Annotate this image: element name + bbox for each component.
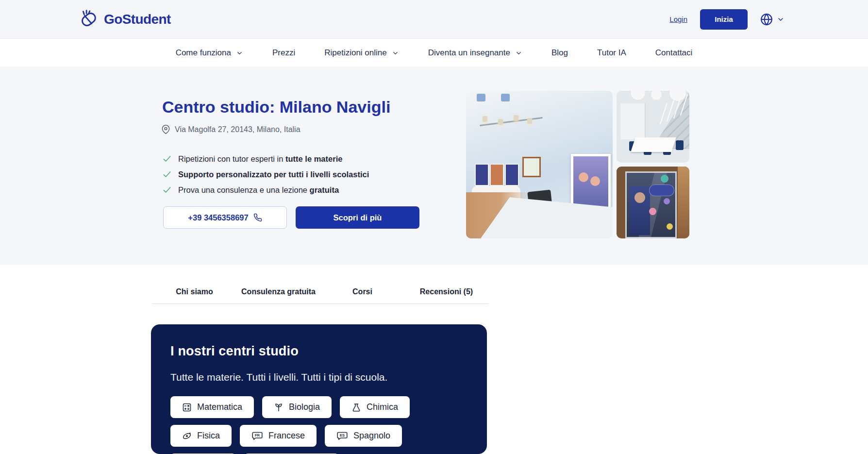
address-row: Via Magolfa 27, 20143, Milano, Italia (161, 125, 300, 134)
nav-label: Ripetizioni online (324, 48, 387, 58)
check-icon (162, 154, 172, 164)
subject-label: Francese (268, 431, 305, 441)
hero-section: Centro studio: Milano Navigli Via Magolf… (0, 67, 868, 265)
subject-label: Chimica (367, 402, 398, 412)
subject-label: Fisica (197, 431, 220, 441)
tab-chi-siamo[interactable]: Chi siamo (152, 287, 236, 296)
card-subtitle: Tutte le materie. Tutti i livelli. Tutti… (170, 371, 467, 383)
language-switcher[interactable] (760, 13, 785, 26)
globe-icon (760, 13, 773, 26)
list-item: Ripetizioni con tutor esperti in tutte l… (162, 151, 369, 167)
phone-button[interactable]: +39 3456358697 (163, 206, 287, 229)
tab-recensioni[interactable]: Recensioni (5) (404, 287, 488, 296)
check-icon (162, 169, 172, 179)
centers-card: I nostri centri studio Tutte le materie.… (151, 324, 487, 454)
hero-buttons: +39 3456358697 Scopri di più (163, 206, 419, 229)
benefits-list: Ripetizioni con tutor esperti in tutte l… (162, 151, 369, 198)
chevron-down-icon (236, 50, 243, 57)
nav-label: Tutor IA (597, 48, 626, 58)
nav-label: Diventa un insegnante (428, 48, 510, 58)
page: GoStudent Login Inizia Come funziona (0, 0, 868, 454)
subject-button-biologia[interactable]: Biologia (262, 396, 332, 418)
subject-button-francese[interactable]: FR Francese (240, 425, 317, 447)
subject-label: Biologia (289, 402, 320, 412)
section-tabs: Chi siamo Consulenza gratuita Corsi Rece… (152, 287, 488, 304)
tab-corsi[interactable]: Corsi (320, 287, 404, 296)
inizia-button[interactable]: Inizia (700, 9, 748, 30)
scopri-di-piu-button[interactable]: Scopri di più (296, 206, 419, 229)
speech-bubble-fr-icon: FR (251, 431, 263, 441)
address-text: Via Magolfa 27, 20143, Milano, Italia (175, 125, 300, 134)
page-title: Centro studio: Milano Navigli (162, 98, 390, 117)
subject-button-spagnolo[interactable]: ES Spagnolo (325, 425, 402, 447)
chevron-down-icon (515, 50, 522, 57)
study-center-photo-main[interactable] (466, 91, 613, 238)
subject-label: Matematica (197, 402, 242, 412)
sprout-icon (274, 403, 284, 412)
phone-number: +39 3456358697 (188, 213, 248, 222)
nav-item-come-funziona[interactable]: Come funziona (176, 48, 243, 58)
svg-text:FR: FR (255, 433, 260, 437)
subject-button-matematica[interactable]: Matematica (170, 396, 254, 418)
chevron-down-icon (392, 50, 399, 57)
subject-button-fisica[interactable]: Fisica (170, 425, 232, 447)
list-item: Supporto personalizzato per tutti i live… (162, 167, 369, 182)
nav-label: Come funziona (176, 48, 231, 58)
tab-consulenza-gratuita[interactable]: Consulenza gratuita (236, 287, 320, 296)
header-actions: Login Inizia (669, 9, 785, 30)
list-item: Prova una consulenza e una lezione gratu… (162, 182, 369, 198)
atom-icon (182, 431, 192, 441)
login-link[interactable]: Login (669, 15, 687, 23)
check-icon (162, 185, 172, 195)
nav-item-ripetizioni-online[interactable]: Ripetizioni online (324, 48, 399, 58)
subject-label: Spagnolo (353, 431, 390, 441)
logo-text: GoStudent (104, 12, 171, 27)
subject-button-chimica[interactable]: Chimica (340, 396, 410, 418)
chevron-down-icon (777, 16, 785, 23)
nav-label: Contattaci (655, 48, 693, 58)
nav-label: Blog (551, 48, 568, 58)
speech-bubble-es-icon: ES (336, 431, 348, 441)
nav-label: Prezzi (272, 48, 295, 58)
study-center-photo-3[interactable] (617, 167, 689, 238)
nav-item-prezzi[interactable]: Prezzi (272, 48, 295, 58)
nav-item-contattaci[interactable]: Contattaci (655, 48, 693, 58)
study-center-photo-2[interactable] (617, 91, 689, 163)
location-pin-icon (161, 125, 170, 134)
phone-icon (253, 213, 262, 222)
nav-item-diventa-un-insegnante[interactable]: Diventa un insegnante (428, 48, 522, 58)
nav-item-tutor-ia[interactable]: Tutor IA (597, 48, 626, 58)
calculator-icon (182, 403, 192, 412)
card-title: I nostri centri studio (170, 344, 467, 359)
svg-text:ES: ES (340, 433, 345, 437)
gostudent-logo-icon (77, 8, 99, 31)
flask-icon (351, 403, 361, 412)
nav-item-blog[interactable]: Blog (551, 48, 568, 58)
top-header: GoStudent Login Inizia (0, 0, 868, 39)
main-nav: Come funziona Prezzi Ripetizioni online … (0, 39, 868, 67)
logo[interactable]: GoStudent (77, 8, 171, 31)
photo-gallery (466, 91, 689, 239)
subject-buttons: Matematica Biologia Chimica (170, 396, 471, 454)
